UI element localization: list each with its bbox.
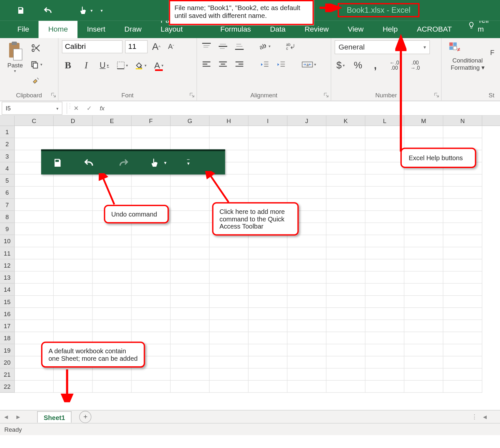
cell[interactable] xyxy=(365,272,404,284)
cell[interactable] xyxy=(54,235,93,247)
tab-file[interactable]: File xyxy=(8,21,39,38)
cell[interactable] xyxy=(248,344,287,356)
cell[interactable] xyxy=(132,272,171,284)
cell[interactable] xyxy=(210,272,249,284)
format-painter-button[interactable] xyxy=(30,75,42,87)
cell[interactable] xyxy=(287,187,326,199)
cell[interactable] xyxy=(404,308,443,320)
cell[interactable] xyxy=(210,235,249,247)
cell[interactable] xyxy=(132,175,171,187)
decrease-indent-button[interactable] xyxy=(258,59,271,71)
cell[interactable] xyxy=(54,320,93,332)
cell[interactable] xyxy=(54,126,93,138)
cell[interactable] xyxy=(365,211,404,223)
row-header[interactable]: 12 xyxy=(0,259,15,272)
row-header[interactable]: 11 xyxy=(0,247,15,259)
underline-button[interactable]: U xyxy=(98,59,110,71)
tab-split-handle[interactable]: ⋮ xyxy=(471,413,478,420)
cell[interactable] xyxy=(54,199,93,211)
cell[interactable] xyxy=(132,138,171,150)
cell[interactable] xyxy=(210,320,249,332)
cell[interactable] xyxy=(93,223,132,235)
cell[interactable] xyxy=(443,235,482,247)
cell[interactable] xyxy=(93,296,132,308)
enter-formula-button[interactable]: ✓ xyxy=(83,102,96,115)
cell[interactable] xyxy=(171,126,210,138)
column-header[interactable]: F xyxy=(132,116,171,126)
cell[interactable] xyxy=(365,369,404,381)
align-right-button[interactable] xyxy=(233,59,245,71)
row-header[interactable]: 3 xyxy=(0,150,15,162)
cell[interactable] xyxy=(287,272,326,284)
select-all-corner[interactable] xyxy=(0,116,15,126)
cell[interactable] xyxy=(171,308,210,320)
cell[interactable] xyxy=(443,272,482,284)
cell[interactable] xyxy=(404,247,443,259)
cell[interactable] xyxy=(248,332,287,344)
cell[interactable] xyxy=(171,235,210,247)
cell[interactable] xyxy=(404,296,443,308)
cell[interactable] xyxy=(15,272,54,284)
qat-customize-button[interactable]: ▾ xyxy=(95,2,108,19)
cell[interactable] xyxy=(404,211,443,223)
cell[interactable] xyxy=(443,284,482,296)
cell[interactable] xyxy=(93,320,132,332)
cell[interactable] xyxy=(326,199,366,211)
cell[interactable] xyxy=(93,381,132,393)
cell[interactable] xyxy=(326,162,366,175)
cell[interactable] xyxy=(210,381,249,393)
cell[interactable] xyxy=(132,369,171,381)
font-name-select[interactable] xyxy=(62,40,122,53)
formula-input[interactable] xyxy=(109,102,500,115)
cell[interactable] xyxy=(404,381,443,393)
fill-color-button[interactable] xyxy=(135,59,147,71)
cell[interactable] xyxy=(132,259,171,272)
tab-insert[interactable]: Insert xyxy=(77,21,115,38)
cell[interactable] xyxy=(54,175,93,187)
cell[interactable] xyxy=(326,272,366,284)
cell[interactable] xyxy=(54,211,93,223)
wrap-text-button[interactable]: abc xyxy=(284,40,298,52)
cell[interactable] xyxy=(365,187,404,199)
insert-function-button[interactable]: fx xyxy=(96,102,109,115)
decrease-font-button[interactable]: Aˇ xyxy=(165,41,177,53)
cell[interactable] xyxy=(54,223,93,235)
cell[interactable] xyxy=(15,126,54,138)
cell[interactable] xyxy=(132,247,171,259)
cell[interactable] xyxy=(248,138,287,150)
cell[interactable] xyxy=(132,187,171,199)
cell[interactable] xyxy=(326,308,366,320)
cell[interactable] xyxy=(365,308,404,320)
cell[interactable] xyxy=(326,187,366,199)
row-header[interactable]: 16 xyxy=(0,308,15,320)
column-header[interactable]: C xyxy=(15,116,54,126)
cell[interactable] xyxy=(15,211,54,223)
cell[interactable] xyxy=(365,199,404,211)
cell[interactable] xyxy=(210,296,249,308)
cell[interactable] xyxy=(287,332,326,344)
cell[interactable] xyxy=(326,356,366,368)
cell[interactable] xyxy=(365,235,404,247)
row-header[interactable]: 14 xyxy=(0,284,15,296)
cell[interactable] xyxy=(248,272,287,284)
cell[interactable] xyxy=(54,138,93,150)
cell[interactable] xyxy=(443,296,482,308)
cell[interactable] xyxy=(93,369,132,381)
cell[interactable] xyxy=(171,259,210,272)
cell[interactable] xyxy=(248,320,287,332)
cell[interactable] xyxy=(443,356,482,368)
cell[interactable] xyxy=(404,187,443,199)
cell[interactable] xyxy=(210,356,249,368)
column-header[interactable]: G xyxy=(171,116,210,126)
decrease-decimal-button[interactable]: .00→.0 xyxy=(407,59,423,71)
row-header[interactable]: 17 xyxy=(0,320,15,332)
cell[interactable] xyxy=(287,320,326,332)
cell[interactable] xyxy=(15,235,54,247)
cell[interactable] xyxy=(15,175,54,187)
number-format-select[interactable]: General ▾ xyxy=(335,40,430,54)
cell[interactable] xyxy=(443,199,482,211)
tab-acrobat[interactable]: ACROBAT xyxy=(407,21,461,38)
cell[interactable] xyxy=(171,138,210,150)
cell[interactable] xyxy=(443,187,482,199)
cell[interactable] xyxy=(93,272,132,284)
